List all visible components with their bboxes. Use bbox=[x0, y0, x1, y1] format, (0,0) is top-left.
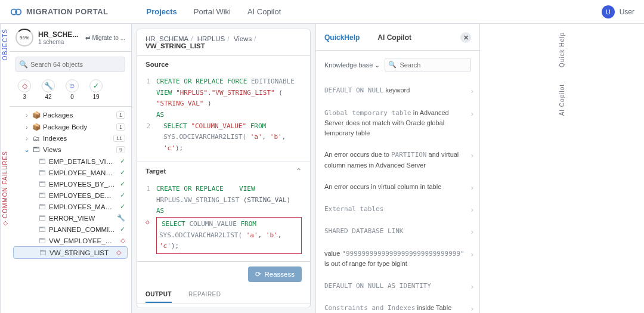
kb-list: DEFAULT ON NULL keyword Global temporary… bbox=[316, 79, 479, 313]
status-filters: ◇3 🔧42 ☺0 ✓19 bbox=[10, 77, 131, 107]
kb-search-input[interactable] bbox=[385, 58, 471, 72]
check-icon: ✓ bbox=[89, 79, 103, 92]
side-tab-ai-copilot[interactable]: AI Copilot bbox=[480, 76, 644, 124]
tree-view-item[interactable]: 🗔EMPLOYEE_MANA...✓ bbox=[10, 167, 131, 178]
tree-view-item[interactable]: 🗔EMPLOYEES_DEPA...✓ bbox=[10, 190, 131, 201]
status-ok-icon: ✓ bbox=[120, 203, 125, 210]
tree-view-item[interactable]: 🗔ERROR_VIEW🔧 bbox=[10, 212, 131, 224]
source-header[interactable]: Source bbox=[137, 56, 310, 73]
tab-quickhelp[interactable]: QuickHelp bbox=[324, 33, 360, 42]
side-tab-objects[interactable]: OBJECTS bbox=[0, 24, 10, 65]
user-label: User bbox=[620, 8, 634, 16]
search-icon: 🔍 bbox=[388, 61, 397, 69]
status-warn-icon: 🔧 bbox=[117, 214, 125, 222]
tree-view-item[interactable]: 🗔EMPLOYEES_MAN...✓ bbox=[10, 201, 131, 212]
tab-repaired[interactable]: REPAIRED bbox=[188, 287, 221, 303]
editor-area: HR_SCHEMA/ HRPLUS/ Views/ VW_STRING_LIST… bbox=[132, 24, 315, 313]
migrate-button[interactable]: ⇄ Migrate to ... bbox=[85, 35, 125, 41]
filter-ok[interactable]: ✓19 bbox=[89, 79, 103, 100]
refresh-icon: ⟳ bbox=[255, 270, 261, 278]
reassess-button[interactable]: ⟳ Reassess bbox=[248, 266, 302, 282]
kb-item[interactable]: DEFAULT ON NULL keyword bbox=[316, 79, 479, 102]
help-tabs: QuickHelp AI Copilot ✕ bbox=[316, 24, 479, 51]
target-header[interactable]: Target⌃ bbox=[137, 162, 310, 180]
collapse-icon[interactable]: ⌃ bbox=[296, 167, 302, 175]
search-input[interactable] bbox=[16, 57, 125, 72]
side-tab-quick-help[interactable]: Quick Help bbox=[480, 24, 644, 76]
tree-node-views[interactable]: ⌄🗔Views9 bbox=[10, 144, 131, 156]
filter-errors[interactable]: ◇3 bbox=[18, 79, 31, 100]
tree-view-item[interactable]: 🗔VW_EMPLOYEE_EX...◇ bbox=[10, 235, 131, 246]
tree-view-item[interactable]: 🗔EMPLOYEES_BY_D...✓ bbox=[10, 178, 131, 190]
kb-item[interactable]: Constraints and Indexes inside Table def… bbox=[316, 297, 479, 313]
help-panel: QuickHelp AI Copilot ✕ Knowledge base ⌄ … bbox=[315, 24, 479, 313]
tab-output[interactable]: OUTPUT bbox=[145, 287, 172, 303]
project-header: 96% HR_SCHE... 1 schema ⇄ Migrate to ... bbox=[10, 24, 131, 52]
warning-icon: ◇ bbox=[2, 221, 8, 227]
target-section: Target⌃ 1 CREATE OR REPLACE VIEW HRPLUS.… bbox=[137, 162, 310, 262]
status-ok-icon: ✓ bbox=[120, 157, 125, 165]
brand-text: MIGRATION PORTAL bbox=[26, 7, 109, 16]
source-section: Source 1 CREATE OR REPLACE FORCE EDITION… bbox=[137, 56, 310, 162]
avatar: U bbox=[602, 5, 615, 18]
output-tabs: OUTPUT REPAIRED bbox=[137, 287, 310, 303]
kb-item[interactable]: value "99999999999999999999999999999" is… bbox=[316, 243, 479, 275]
status-error-icon: ◇ bbox=[116, 249, 121, 256]
tree-node-indexes[interactable]: ›🗂Indexes11 bbox=[10, 133, 131, 144]
chevron-down-icon: ⌄ bbox=[374, 61, 380, 69]
tab-ai-copilot[interactable]: AI Copilot bbox=[377, 33, 411, 42]
status-ok-icon: ✓ bbox=[120, 180, 125, 188]
kb-dropdown[interactable]: Knowledge base ⌄ bbox=[324, 61, 380, 69]
status-ok-icon: ✓ bbox=[120, 191, 125, 199]
nav-projects[interactable]: Projects bbox=[147, 7, 177, 16]
status-error-icon: ◇ bbox=[120, 237, 125, 244]
nav-ai-copilot[interactable]: AI Copilot bbox=[247, 7, 281, 16]
tree-node-package-body[interactable]: ›📦Package Body1 bbox=[10, 121, 131, 133]
object-explorer: 96% HR_SCHE... 1 schema ⇄ Migrate to ...… bbox=[10, 24, 132, 313]
tree-view-item-selected[interactable]: 🗔VW_STRING_LIST◇ bbox=[13, 246, 128, 259]
object-tree: ›📦Packages1 ›📦Package Body1 ›🗂Indexes11 … bbox=[10, 107, 131, 313]
action-bar: ⟳ Reassess bbox=[137, 262, 310, 287]
top-bar: MIGRATION PORTAL Projects Portal Wiki AI… bbox=[0, 0, 644, 24]
completion-gauge: 96% bbox=[16, 29, 33, 47]
status-ok-icon: ✓ bbox=[120, 169, 125, 176]
schema-count: 1 schema bbox=[38, 39, 80, 45]
tree-view-item[interactable]: 🗔EMP_DETAILS_VIEW✓ bbox=[10, 156, 131, 167]
kb-item[interactable]: An error occurs due to PARTITION and vir… bbox=[316, 144, 479, 176]
nav-wiki[interactable]: Portal Wiki bbox=[194, 7, 231, 16]
brand-icon bbox=[10, 5, 23, 18]
tree-view-item[interactable]: 🗔PLANNED_COMMI...✓ bbox=[10, 224, 131, 235]
kb-controls: Knowledge base ⌄ 🔍 bbox=[316, 51, 479, 79]
breadcrumb: HR_SCHEMA/ HRPLUS/ Views/ VW_STRING_LIST bbox=[137, 29, 310, 56]
project-title: HR_SCHE... bbox=[38, 30, 80, 39]
person-icon: ☺ bbox=[66, 79, 79, 92]
wrench-icon: 🔧 bbox=[42, 79, 55, 92]
kb-item[interactable]: An error occurs in virtual column in tab… bbox=[316, 176, 479, 198]
migrate-icon: ⇄ bbox=[85, 35, 90, 41]
top-nav: Projects Portal Wiki AI Copilot bbox=[147, 7, 281, 16]
tree-node-packages[interactable]: ›📦Packages1 bbox=[10, 109, 131, 121]
object-search: 🔍 bbox=[16, 57, 125, 72]
filter-review[interactable]: ☺0 bbox=[66, 79, 79, 100]
kb-item[interactable]: SHARED DATABASE LINK bbox=[316, 220, 479, 243]
kb-item[interactable]: DEFAULT ON NULL AS IDENTITY bbox=[316, 275, 479, 297]
side-tabs-right: Quick Help AI Copilot bbox=[479, 24, 644, 313]
filter-warnings[interactable]: 🔧42 bbox=[42, 79, 55, 100]
kb-item[interactable]: Global temporary table in Advanced Serve… bbox=[316, 102, 479, 144]
user-block[interactable]: U User bbox=[602, 5, 634, 18]
search-icon: 🔍 bbox=[19, 60, 28, 69]
close-icon[interactable]: ✕ bbox=[460, 32, 471, 43]
target-code: 1 CREATE OR REPLACE VIEW HRPLUS.VW_STRIN… bbox=[137, 180, 310, 261]
kb-item[interactable]: External tables bbox=[316, 198, 479, 221]
side-tab-common-failures[interactable]: ◇ COMMON FAILURES bbox=[0, 65, 10, 313]
brand-logo: MIGRATION PORTAL bbox=[10, 5, 109, 18]
status-ok-icon: ✓ bbox=[120, 225, 125, 233]
line-error-icon: ◇ bbox=[145, 217, 150, 254]
error-icon: ◇ bbox=[18, 79, 31, 92]
source-code: 1 CREATE OR REPLACE FORCE EDITIONABLE VI… bbox=[137, 73, 310, 162]
